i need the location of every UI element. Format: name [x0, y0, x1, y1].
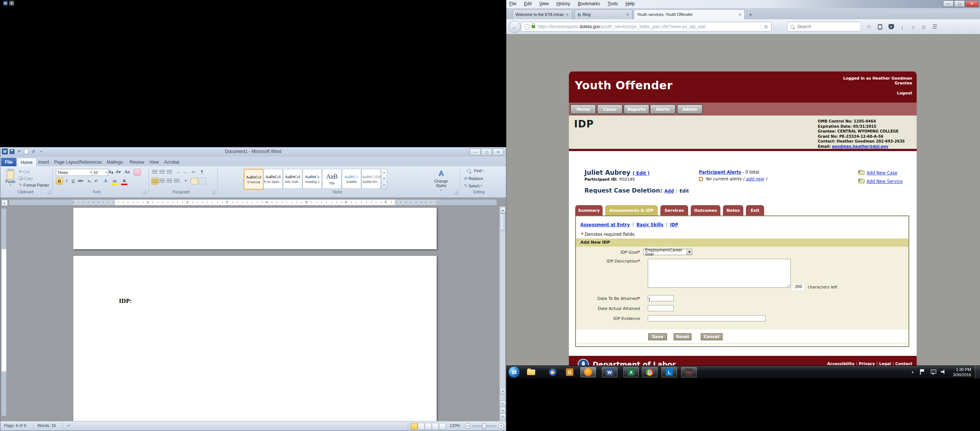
- feedback-smiley-icon[interactable]: ☺: [919, 22, 929, 31]
- taskbar-word-icon[interactable]: W: [602, 367, 617, 377]
- zoom-level[interactable]: 120%: [450, 423, 460, 428]
- show-paragraph-marks-icon[interactable]: ¶: [199, 169, 205, 175]
- cut-button[interactable]: ✂ Cut: [19, 169, 30, 174]
- style-aml-outline[interactable]: AaBbCcI AML Outli...: [283, 169, 302, 189]
- tab-home[interactable]: Home: [17, 158, 37, 167]
- nav-alerts-button[interactable]: Alerts: [650, 104, 676, 114]
- tab-services[interactable]: Services: [660, 205, 688, 215]
- contact-link[interactable]: Contact: [895, 361, 912, 366]
- url-bar[interactable]: i https://testetareports.doleta.gov/yout…: [521, 22, 772, 32]
- subscript-button[interactable]: x₂: [86, 178, 92, 184]
- numbering-icon[interactable]: [159, 169, 165, 175]
- taskbar-lync-icon[interactable]: L: [662, 367, 677, 377]
- font-dialog-launcher-icon[interactable]: [143, 191, 146, 194]
- taskbar-chrome-icon[interactable]: [642, 367, 657, 377]
- web-layout-view-icon[interactable]: [425, 423, 432, 429]
- align-center-button[interactable]: [159, 178, 165, 184]
- tab-outcomes[interactable]: Outcomes: [691, 205, 721, 215]
- bullets-icon[interactable]: [151, 169, 158, 175]
- zoom-out-icon[interactable]: —: [465, 423, 471, 429]
- word-restore-button[interactable]: ▢: [481, 148, 492, 156]
- previous-page-icon[interactable]: ⇈: [500, 401, 506, 407]
- text-effects-icon[interactable]: A: [103, 178, 109, 184]
- tab-mailings[interactable]: Mailings: [103, 158, 127, 166]
- multilevel-list-icon[interactable]: [166, 169, 173, 175]
- draft-view-icon[interactable]: [439, 423, 446, 429]
- nav-cases-button[interactable]: Cases: [597, 104, 623, 114]
- copy-button[interactable]: ❏ Copy: [19, 176, 33, 181]
- clear-formatting-icon[interactable]: [134, 169, 141, 175]
- taskbar-firefox-icon[interactable]: [581, 367, 596, 377]
- change-styles-button[interactable]: A Change Styles ▾: [430, 169, 452, 192]
- menu-edit[interactable]: Edit: [521, 0, 535, 6]
- tab-exit[interactable]: Exit: [746, 205, 764, 215]
- basic-skills-link[interactable]: Basic Skills: [636, 222, 663, 227]
- participant-edit-link[interactable]: ( Edit ): [633, 171, 650, 176]
- date-actual-input[interactable]: [648, 305, 674, 312]
- pocket-icon[interactable]: ▾: [886, 22, 896, 31]
- word-minimize-button[interactable]: —: [469, 148, 481, 156]
- nav-home-button[interactable]: Home: [570, 104, 596, 114]
- taskbar-excel-icon[interactable]: X: [623, 367, 639, 377]
- italic-button[interactable]: I: [63, 178, 70, 184]
- deletion-add-link[interactable]: Add: [665, 188, 674, 194]
- menu-help[interactable]: Help: [623, 0, 638, 6]
- bookmarks-list-icon[interactable]: [875, 22, 885, 31]
- style-normal[interactable]: AaBbCcI ¶ Normal: [244, 169, 264, 189]
- line-spacing-icon[interactable]: ▾: [183, 178, 189, 184]
- idp-link[interactable]: IDP: [670, 222, 678, 227]
- style-subtle-emphasis[interactable]: AaBbCcDd Subtle Em...: [361, 169, 381, 189]
- align-left-button[interactable]: [151, 178, 159, 184]
- tab-view[interactable]: View: [146, 158, 162, 166]
- increase-indent-icon[interactable]: ←: [182, 169, 188, 175]
- taskbar-media-player-icon[interactable]: ▸: [545, 367, 560, 377]
- scroll-up-icon[interactable]: ▲: [500, 207, 506, 213]
- grow-font-icon[interactable]: A▴: [108, 169, 114, 175]
- add-new-service-link[interactable]: Add New Service: [867, 179, 903, 184]
- paragraph-dialog-launcher-icon[interactable]: [212, 191, 215, 194]
- tab-file[interactable]: File: [1, 158, 16, 166]
- superscript-button[interactable]: x²: [93, 178, 99, 184]
- nav-admin-button[interactable]: Admin: [677, 104, 703, 114]
- font-size-combo[interactable]: 10 ▾: [92, 169, 108, 176]
- font-family-combo[interactable]: Times ▾: [56, 169, 93, 176]
- browser-minimize-button[interactable]: —: [943, 0, 954, 7]
- participant-alerts-link[interactable]: Participant Alerts: [699, 170, 741, 175]
- scrollbar-thumb[interactable]: [500, 213, 506, 230]
- tab-notes[interactable]: Notes: [723, 205, 743, 215]
- select-browse-object-icon[interactable]: ●: [500, 407, 506, 413]
- legal-link[interactable]: Legal: [879, 361, 891, 366]
- style-heading2[interactable]: AaBbCc Heading 2: [302, 169, 322, 189]
- accessibility-link[interactable]: Accessibility: [827, 361, 854, 366]
- select-button[interactable]: ↖ Select ▾: [464, 183, 482, 188]
- word-close-button[interactable]: ✕: [493, 148, 504, 156]
- deletion-edit-link[interactable]: Edit: [679, 188, 689, 194]
- clipboard-dialog-launcher-icon[interactable]: [47, 191, 50, 194]
- justify-button[interactable]: [174, 178, 180, 184]
- vertical-scrollbar[interactable]: ▲ ▼ ⇈ ● ⇊: [499, 206, 506, 422]
- underline-button[interactable]: U: [70, 178, 76, 184]
- sort-icon[interactable]: A↓: [191, 169, 197, 175]
- change-case-icon[interactable]: Aa: [124, 169, 130, 175]
- format-painter-button[interactable]: ✎ Format Painter: [19, 183, 49, 188]
- tab-summary[interactable]: Summary: [575, 205, 603, 215]
- page-info-icon[interactable]: i: [524, 24, 530, 30]
- decrease-indent-icon[interactable]: ←: [175, 169, 181, 175]
- home-icon[interactable]: ⌂: [908, 22, 918, 31]
- save-button[interactable]: Save: [648, 333, 667, 340]
- omb-email-link[interactable]: goodman.heather@dol.gov: [832, 145, 888, 148]
- bold-button[interactable]: B: [56, 178, 63, 184]
- scroll-down-icon[interactable]: ▼: [500, 388, 506, 394]
- outline-view-icon[interactable]: [432, 423, 439, 429]
- browser-tab-youth-services[interactable]: Youth services, Youth Offender ✕: [634, 9, 745, 19]
- tab-close-icon[interactable]: ✕: [566, 13, 569, 17]
- menu-tools[interactable]: Tools: [605, 0, 621, 6]
- zoom-slider[interactable]: [472, 425, 496, 426]
- tab-acrobat[interactable]: Acrobat: [161, 158, 183, 166]
- taskbar-explorer-icon[interactable]: [523, 367, 539, 377]
- tab-close-icon[interactable]: ✕: [738, 13, 741, 17]
- taskbar-acrobat-icon[interactable]: PDF: [681, 367, 697, 377]
- bookmark-star-icon[interactable]: ☆: [864, 22, 874, 31]
- font-color-icon[interactable]: A: [121, 178, 127, 185]
- style-title[interactable]: AaB Title: [322, 169, 342, 189]
